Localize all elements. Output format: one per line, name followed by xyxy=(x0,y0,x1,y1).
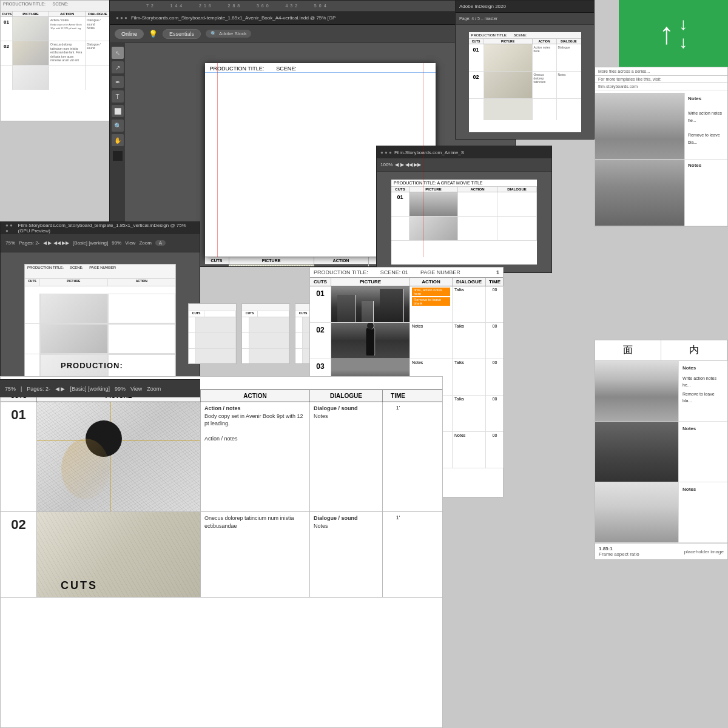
mid-time-4: 00 xyxy=(486,396,504,431)
sp-cut-1c xyxy=(189,349,196,364)
mid-time-5: 00 xyxy=(486,432,504,468)
canvas-cut-1: 01 xyxy=(205,265,229,267)
building-1 xyxy=(337,295,356,322)
mid-time-3: 00 xyxy=(486,359,504,395)
canvas-action-hdr: ACTION xyxy=(314,257,369,264)
right-row-1: Notes Write action notes he... Remove to… xyxy=(595,93,727,160)
sp-row-1c xyxy=(189,349,236,364)
dialogue-title-01: Dialogue / sound xyxy=(314,405,358,411)
mlw-pic-hdr: PICTURE xyxy=(40,279,108,286)
small-cut-3 xyxy=(1,66,13,90)
anime-titlebar: ● ● ● Film-Storyboards.com_Anime_S xyxy=(377,146,551,158)
window-title: Film-Storyboards.com_Storyboard-template… xyxy=(131,15,335,21)
right-panel-text3: film-storyboards.com xyxy=(595,83,727,90)
sp-row-2b xyxy=(242,333,289,349)
mid-page-label: PAGE NUMBER xyxy=(420,269,460,275)
tr-pic-1 xyxy=(484,44,533,71)
mlw-title: Film-Storyboards.com_Storyboard_template… xyxy=(18,223,195,234)
jp-char-1: 面 xyxy=(595,340,661,360)
cuts-label-text: CUTS xyxy=(61,579,98,592)
search-placeholder: Adobe Stock xyxy=(219,31,246,36)
mid-page-num: 1 xyxy=(496,269,499,275)
mid-dialogue-2: Talks xyxy=(453,323,486,359)
main-action-hdr: ACTION xyxy=(201,390,310,402)
essentials-button[interactable]: Essentials xyxy=(163,29,201,39)
mlw-a: A xyxy=(155,240,166,246)
anime-row-1: 01 xyxy=(391,192,537,217)
action-extra-01: Action / notes xyxy=(204,436,238,442)
mlw-row-1 xyxy=(25,294,175,324)
sp-cut-2c xyxy=(242,349,249,364)
mid-row-2: 02 Notes Talks 00 xyxy=(310,323,503,359)
mid-dialogue-3: Talks xyxy=(453,359,486,395)
sp-pic-1b xyxy=(196,333,236,348)
dialogue-notes-02: Notes xyxy=(314,523,328,529)
main-action-01: Action / notes Body copy set in Avenir B… xyxy=(201,402,310,511)
jp-text-3: Notes xyxy=(679,482,727,542)
production-label-text: PRODUCTION: xyxy=(61,361,123,370)
status-pages: Pages: 2- xyxy=(27,386,50,392)
hand-tool[interactable]: ✋ xyxy=(112,134,124,146)
small-action-3 xyxy=(49,66,86,90)
small-sb-titlebar: PRODUCTION TITLE: SCENE: xyxy=(1,1,121,12)
face-color-accent xyxy=(61,439,110,499)
action-body-01: Body copy set in Avenir Book 9pt with 12… xyxy=(204,413,303,427)
tr-pic-3 xyxy=(484,99,533,120)
pen-tool[interactable]: ✒ xyxy=(112,76,124,88)
sp-cut-3c xyxy=(295,349,303,364)
tr-row-3 xyxy=(469,99,581,120)
tr-scene-label: SCENE: xyxy=(513,33,527,37)
right-panel-text1: More files across a series... xyxy=(598,69,650,73)
right-text-2: Notes xyxy=(685,160,727,226)
main-time-01: 1' xyxy=(383,402,413,511)
zoom-tool[interactable]: 🔍 xyxy=(112,120,124,132)
lightbulb-icon: 💡 xyxy=(149,30,158,38)
mid-cuts-hdr: CUTS xyxy=(310,278,331,286)
anime-pic-1 xyxy=(410,192,458,216)
tr-col-headers: CUTS PICTURE ACTION DIALOGUE xyxy=(469,39,581,44)
type-tool[interactable]: T xyxy=(112,90,124,103)
highlight-2: Remove to leave blank xyxy=(412,297,450,306)
anime-nav-buttons[interactable]: ◀ ▶ ◀◀ ▶▶ xyxy=(395,162,421,167)
mid-picture-hdr: PICTURE xyxy=(331,278,410,286)
tr-action-hdr: ACTION xyxy=(533,39,557,44)
select-tool[interactable]: ↖ xyxy=(112,47,124,59)
jp-notes-label-2: Notes xyxy=(682,425,724,433)
small-dialogue-3 xyxy=(86,66,110,90)
status-zoom-menu[interactable]: Zoom xyxy=(147,386,161,392)
mlw-view[interactable]: View xyxy=(125,240,135,246)
mlw-zoom-menu[interactable]: Zoom xyxy=(139,240,151,246)
sketch-lines xyxy=(37,402,200,511)
online-button[interactable]: Online xyxy=(115,29,144,39)
mlw-zoom: 75% xyxy=(5,240,15,246)
status-view[interactable]: View xyxy=(130,386,142,392)
sp-cut-1b xyxy=(189,333,196,348)
notes-label-1: Notes xyxy=(688,96,701,101)
mid-row-1: 01 tinte, action notes here Remove to le… xyxy=(310,286,503,323)
jp-img-1 xyxy=(595,361,679,421)
mlw-action-hdr: ACTION xyxy=(108,279,176,286)
main-dialogue-01: Dialogue / sound Notes xyxy=(310,402,383,511)
sp-cut-2a xyxy=(242,317,249,332)
jp-notes-row-1: Notes Write action notes he... Remove to… xyxy=(595,361,727,422)
search-bar[interactable]: 🔍 Adobe Stock xyxy=(206,30,251,38)
jp-frame-ratio: 1.85:1 xyxy=(599,546,613,551)
status-nav[interactable]: ◀ ▶ xyxy=(55,386,66,392)
sp-cut-1a xyxy=(189,317,196,332)
mlw-nav[interactable]: ◀ ▶ ◀◀ ▶▶ xyxy=(43,240,69,246)
status-percent[interactable]: 99% xyxy=(115,386,126,392)
direct-select-tool[interactable]: ↗ xyxy=(112,61,124,73)
tr-action-txt-1: Action notes here xyxy=(533,44,557,71)
sp-cuts-1: CUTS xyxy=(189,311,204,317)
mid-dialogue-4: Talks xyxy=(453,396,486,431)
rectangle-tool[interactable]: ⬜ xyxy=(112,105,124,117)
scene-label: SCENE: xyxy=(53,2,69,6)
small-action-body-1: Body copy set in Avenir Book 10pt with 1… xyxy=(50,23,82,30)
anime-cut-1: 01 xyxy=(391,192,410,216)
jp-notes-label-1: Notes xyxy=(682,365,724,372)
mlw-scene-label: SCENE: xyxy=(70,266,83,277)
anime-action-1 xyxy=(458,192,497,216)
mlw-row-2 xyxy=(25,324,175,354)
right-img-1 xyxy=(595,93,685,159)
canvas-picture-hdr: PICTURE xyxy=(229,257,314,264)
